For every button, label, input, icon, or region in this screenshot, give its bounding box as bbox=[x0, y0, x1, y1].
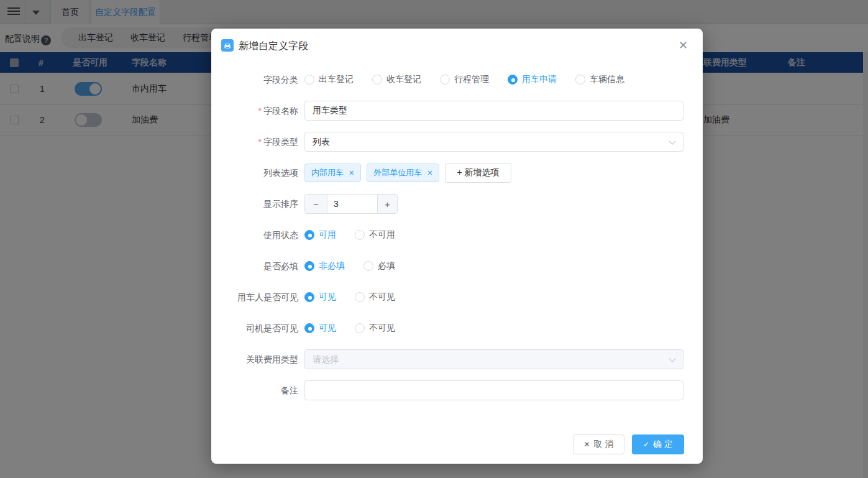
field-name-input[interactable] bbox=[304, 101, 683, 121]
option-tag: 外部单位用车✕ bbox=[367, 163, 439, 182]
category-radio-1[interactable]: 收车登记 bbox=[372, 74, 421, 85]
form-row-note: 备注 bbox=[211, 380, 703, 400]
fee-type-select[interactable]: 请选择 bbox=[304, 349, 683, 369]
user-visible-radio-yes[interactable]: 可见 bbox=[304, 292, 336, 303]
category-radio-3[interactable]: 用车申请 bbox=[508, 74, 557, 85]
select-placeholder: 请选择 bbox=[313, 354, 339, 364]
form-row-fee-type: 关联费用类型 请选择 bbox=[211, 349, 703, 369]
driver-visible-radio-yes[interactable]: 可见 bbox=[304, 323, 336, 334]
radio-icon bbox=[440, 75, 450, 85]
radio-icon bbox=[508, 75, 518, 85]
screen: 首页 自定义字段配置✕ 配置说明? 出车登记 收车登记 行程管理 # 是否可用 … bbox=[0, 0, 868, 478]
radio-icon bbox=[304, 292, 314, 302]
minus-icon[interactable]: − bbox=[305, 195, 327, 213]
user-visible-radio-no[interactable]: 不可见 bbox=[355, 292, 395, 303]
category-radio-0[interactable]: 出车登记 bbox=[304, 74, 354, 85]
form-row-required: 是否必填 非必填 必填 bbox=[211, 256, 703, 276]
radio-icon bbox=[304, 230, 314, 240]
required-radio-optional[interactable]: 非必填 bbox=[304, 260, 345, 272]
field-label: 关联费用类型 bbox=[211, 349, 298, 369]
radio-icon bbox=[372, 75, 382, 85]
sort-value[interactable]: 3 bbox=[327, 195, 377, 213]
status-radio-available[interactable]: 可用 bbox=[304, 229, 336, 241]
radio-icon bbox=[363, 261, 373, 271]
radio-icon bbox=[355, 292, 365, 302]
status-radio-unavailable[interactable]: 不可用 bbox=[355, 229, 395, 241]
form-row-category: 字段分类 出车登记 收车登记 行程管理 用车申请 车辆信息 bbox=[211, 70, 703, 90]
required-star: * bbox=[258, 106, 262, 116]
option-tag: 内部用车✕ bbox=[304, 163, 361, 182]
required-radio-mandatory[interactable]: 必填 bbox=[363, 260, 395, 272]
field-label: 显示排序 bbox=[211, 194, 298, 214]
chevron-down-icon bbox=[669, 355, 675, 362]
cancel-button[interactable]: ✕取 消 bbox=[573, 434, 624, 454]
field-label: 字段分类 bbox=[211, 70, 298, 90]
chevron-down-icon bbox=[669, 137, 675, 144]
check-icon: ✓ bbox=[643, 440, 649, 449]
note-input[interactable] bbox=[304, 380, 683, 400]
dialog-footer: ✕取 消 ✓确 定 bbox=[211, 434, 703, 454]
tag-close-icon[interactable]: ✕ bbox=[427, 169, 432, 177]
field-label: *字段名称 bbox=[211, 101, 298, 121]
field-type-select[interactable]: 列表 bbox=[304, 132, 683, 152]
dialog-header: 新增自定义字段 ✕ bbox=[211, 29, 703, 62]
field-label: 使用状态 bbox=[211, 225, 298, 245]
add-option-button[interactable]: + 新增选项 bbox=[445, 163, 511, 183]
radio-icon bbox=[355, 230, 365, 240]
x-icon: ✕ bbox=[584, 440, 590, 449]
radio-icon bbox=[304, 261, 314, 271]
field-label: 用车人是否可见 bbox=[211, 287, 298, 307]
sort-stepper: − 3 + bbox=[304, 194, 398, 214]
confirm-button[interactable]: ✓确 定 bbox=[632, 434, 684, 454]
form-row-driver-visible: 司机是否可见 可见 不可见 bbox=[211, 318, 703, 338]
field-label: 是否必填 bbox=[211, 256, 298, 276]
required-star: * bbox=[258, 137, 262, 147]
category-radio-4[interactable]: 车辆信息 bbox=[575, 74, 624, 85]
selected-value: 列表 bbox=[313, 137, 330, 147]
radio-icon bbox=[355, 323, 365, 333]
app-logo-icon bbox=[221, 39, 234, 52]
driver-visible-radio-no[interactable]: 不可见 bbox=[355, 323, 395, 334]
field-label: 备注 bbox=[211, 380, 298, 400]
add-custom-field-dialog: 新增自定义字段 ✕ 字段分类 出车登记 收车登记 行程管理 用车申请 车辆信息 … bbox=[211, 29, 703, 464]
dialog-title: 新增自定义字段 bbox=[239, 40, 308, 53]
field-label: *字段类型 bbox=[211, 132, 298, 152]
radio-icon bbox=[304, 323, 314, 333]
tag-close-icon[interactable]: ✕ bbox=[349, 169, 354, 177]
field-label: 司机是否可见 bbox=[211, 318, 298, 338]
radio-icon bbox=[304, 75, 314, 85]
field-label: 列表选项 bbox=[211, 163, 298, 183]
form-row-status: 使用状态 可用 不可用 bbox=[211, 225, 703, 245]
form-row-field-type: *字段类型 列表 bbox=[211, 132, 703, 152]
form-row-field-name: *字段名称 bbox=[211, 101, 703, 121]
form-row-sort: 显示排序 − 3 + bbox=[211, 194, 703, 214]
close-icon[interactable]: ✕ bbox=[678, 39, 688, 52]
form-row-list-options: 列表选项 内部用车✕ 外部单位用车✕ + 新增选项 bbox=[211, 163, 703, 183]
plus-icon[interactable]: + bbox=[377, 195, 397, 213]
form-row-user-visible: 用车人是否可见 可见 不可见 bbox=[211, 287, 703, 307]
category-radio-2[interactable]: 行程管理 bbox=[440, 74, 489, 85]
radio-icon bbox=[575, 75, 585, 85]
